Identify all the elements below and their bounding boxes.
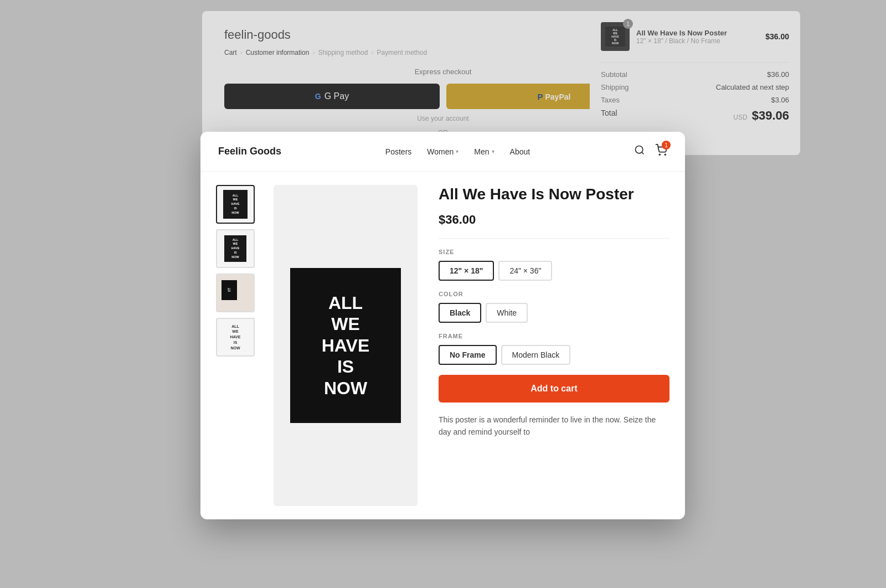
size-label: SIZE bbox=[439, 249, 669, 255]
color-option-white[interactable]: White bbox=[486, 303, 528, 323]
thumbnail-2[interactable]: ALLWEHAVEISNOW bbox=[216, 229, 255, 268]
product-price: $36.00 bbox=[439, 213, 669, 227]
main-product-image: ALLWEHAVEISNOW bbox=[274, 185, 418, 506]
svg-point-2 bbox=[659, 154, 660, 155]
modal-nav: Feelin Goods Posters Women ▾ Men ▾ About bbox=[200, 132, 685, 172]
frame-option-none[interactable]: No Frame bbox=[439, 345, 497, 365]
product-details: All We Have Is Now Poster $36.00 SIZE 12… bbox=[433, 185, 669, 506]
thumbnail-1[interactable]: ALLWEHAVEISNOW bbox=[216, 185, 255, 224]
chevron-down-icon: ▾ bbox=[456, 148, 459, 154]
search-icon[interactable] bbox=[634, 145, 645, 158]
nav-links: Posters Women ▾ Men ▾ About bbox=[385, 147, 530, 156]
thumbnail-4-text: ALLWEHAVEISNOW bbox=[230, 324, 241, 351]
size-option-24x36[interactable]: 24" × 36" bbox=[498, 261, 552, 281]
svg-point-3 bbox=[664, 154, 666, 155]
color-option-black[interactable]: Black bbox=[439, 303, 481, 323]
nav-link-about[interactable]: About bbox=[510, 147, 530, 156]
cart-badge: 1 bbox=[662, 141, 671, 149]
frame-options: No Frame Modern Black bbox=[439, 345, 669, 365]
nav-actions: 1 bbox=[634, 144, 667, 159]
nav-link-women[interactable]: Women ▾ bbox=[427, 147, 459, 156]
thumbnail-4[interactable]: ALLWEHAVEISNOW bbox=[216, 318, 255, 357]
svg-point-0 bbox=[635, 146, 642, 153]
thumbnail-3[interactable]: ALLWE bbox=[216, 274, 255, 312]
size-options: 12" × 18" 24" × 36" bbox=[439, 261, 669, 281]
cart-icon[interactable]: 1 bbox=[655, 144, 667, 159]
nav-link-posters[interactable]: Posters bbox=[385, 147, 411, 156]
chevron-down-icon: ▾ bbox=[492, 148, 494, 154]
product-description: This poster is a wonderful reminder to l… bbox=[439, 414, 669, 439]
size-option-12x18[interactable]: 12" × 18" bbox=[439, 261, 494, 281]
color-label: COLOR bbox=[439, 291, 669, 297]
product-modal: Feelin Goods Posters Women ▾ Men ▾ About bbox=[200, 132, 685, 519]
product-title: All We Have Is Now Poster bbox=[439, 185, 669, 204]
color-options: Black White bbox=[439, 303, 669, 323]
divider bbox=[439, 238, 669, 239]
frame-label: FRAME bbox=[439, 333, 669, 339]
frame-option-modern-black[interactable]: Modern Black bbox=[501, 345, 571, 365]
product-poster: ALLWEHAVEISNOW bbox=[290, 268, 401, 423]
modal-body: ALLWEHAVEISNOW ALLWEHAVEISNOW ALLWE bbox=[200, 172, 685, 519]
poster-text: ALLWEHAVEISNOW bbox=[322, 292, 370, 399]
thumbnail-list: ALLWEHAVEISNOW ALLWEHAVEISNOW ALLWE bbox=[216, 185, 258, 506]
svg-line-1 bbox=[642, 152, 644, 154]
nav-logo: Feelin Goods bbox=[218, 146, 281, 157]
modal-overlay: Feelin Goods Posters Women ▾ Men ▾ About bbox=[0, 0, 886, 588]
nav-link-men[interactable]: Men ▾ bbox=[474, 147, 494, 156]
add-to-cart-button[interactable]: Add to cart bbox=[439, 375, 669, 403]
